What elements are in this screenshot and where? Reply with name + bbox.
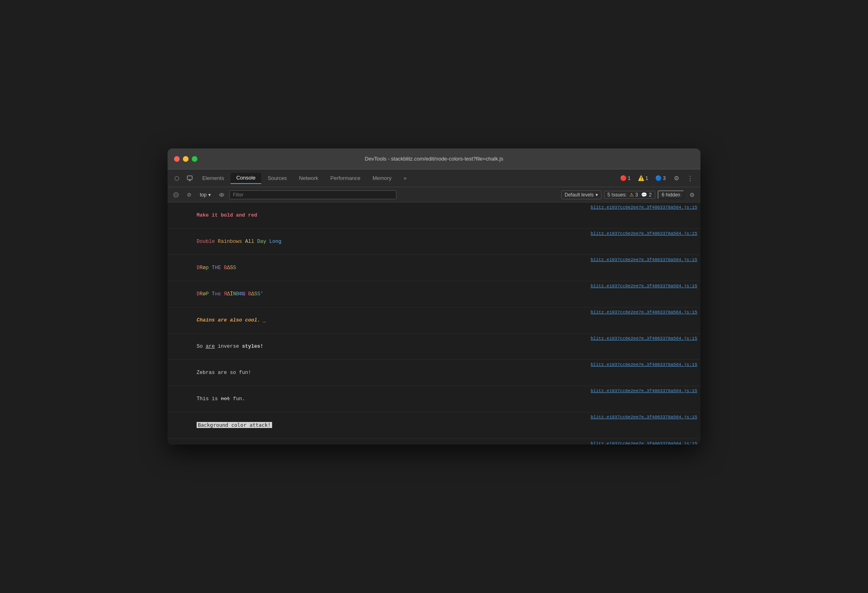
more-options-button[interactable]: ⋮	[684, 173, 696, 184]
tab-bar: ⬡ Elements Console Sources Network Perfo…	[168, 169, 700, 187]
error-badge[interactable]: 🔴 1	[618, 174, 633, 182]
warning-count: 1	[646, 175, 648, 181]
tab-sources[interactable]: Sources	[262, 173, 293, 184]
tab-right-icons: 🔴 1 ⚠️ 1 🔵 3 ⚙ ⋮	[618, 173, 696, 184]
console-source[interactable]: blitz.e1937cc6e2ee7e…3f4063378a564.js:15	[591, 361, 697, 369]
info-issues-icon: 💬	[641, 192, 647, 198]
issues-info-count: 2	[649, 192, 652, 198]
console-source[interactable]: blitz.e1937cc6e2ee7e…3f4063378a564.js:15	[591, 283, 697, 290]
console-source[interactable]: blitz.e1937cc6e2ee7e…3f4063378a564.js:15	[591, 441, 697, 445]
console-row: Make it bold and red blitz.e1937cc6e2ee7…	[168, 203, 700, 229]
inspect-icon[interactable]	[184, 173, 196, 184]
tab-performance[interactable]: Performance	[325, 173, 366, 184]
console-message: So are inverse styles!	[172, 334, 586, 359]
console-message: Use random styles on everything!	[172, 440, 586, 445]
svg-point-5	[221, 194, 222, 196]
console-row: DRøP Tнє ЯΔЇΝΒΦШ ΒΔSSʻ blitz.e1937cc6e2e…	[168, 281, 700, 307]
console-message: Zebras are so fun!	[172, 361, 586, 385]
console-row: DRøp THE BΔSS blitz.e1937cc6e2ee7e…3f406…	[168, 255, 700, 281]
context-dropdown[interactable]: top ▾	[197, 191, 214, 199]
cursor-icon[interactable]: ⬡	[171, 173, 183, 184]
console-toolbar: ⊘ top ▾ Default levels ▾ 5 Issues: ⚠ 3 💬…	[168, 187, 700, 203]
block-icon[interactable]: ⊘	[184, 190, 194, 200]
window-title: DevTools - stackblitz.com/edit/node-colo…	[365, 156, 503, 162]
settings-button[interactable]: ⚙	[671, 173, 682, 184]
console-row: Chains are also cool. _ blitz.e1937cc6e2…	[168, 307, 700, 334]
tab-elements[interactable]: Elements	[197, 173, 230, 184]
traffic-lights	[174, 156, 197, 162]
issues-button[interactable]: 5 Issues: ⚠ 3 💬 2	[604, 191, 655, 199]
info-icon: 🔵	[655, 175, 662, 181]
info-count: 3	[663, 175, 666, 181]
svg-rect-1	[189, 180, 191, 181]
tab-network[interactable]: Network	[294, 173, 324, 184]
console-source[interactable]: blitz.e1937cc6e2ee7e…3f4063378a564.js:15	[591, 414, 697, 421]
tab-more[interactable]: »	[398, 173, 412, 184]
warning-issues-icon: ⚠	[629, 192, 634, 198]
console-row: Background color attack! blitz.e1937cc6e…	[168, 412, 700, 439]
console-source[interactable]: blitz.e1937cc6e2ee7e…3f4063378a564.js:15	[591, 204, 697, 211]
tab-memory[interactable]: Memory	[367, 173, 397, 184]
console-source[interactable]: blitz.e1937cc6e2ee7e…3f4063378a564.js:15	[591, 230, 697, 238]
console-row: So are inverse styles! blitz.e1937cc6e2e…	[168, 334, 700, 360]
console-message: Background color attack!	[172, 413, 586, 438]
eye-icon[interactable]	[216, 190, 227, 200]
console-source[interactable]: blitz.e1937cc6e2ee7e…3f4063378a564.js:15	[591, 335, 697, 342]
error-icon: 🔴	[620, 175, 627, 181]
console-row: Zebras are so fun! blitz.e1937cc6e2ee7e……	[168, 360, 700, 386]
title-bar: DevTools - stackblitz.com/edit/node-colo…	[168, 148, 700, 169]
filter-input[interactable]	[229, 190, 396, 199]
tab-console[interactable]: Console	[231, 173, 261, 184]
console-source[interactable]: blitz.e1937cc6e2ee7e…3f4063378a564.js:15	[591, 309, 697, 316]
warning-badge[interactable]: ⚠️ 1	[635, 174, 651, 182]
error-count: 1	[628, 175, 631, 181]
warning-icon: ⚠️	[638, 175, 644, 181]
issues-warning-count: 3	[635, 192, 638, 198]
console-row: Double Rainbows All Day Long blitz.e1937…	[168, 229, 700, 255]
hidden-button[interactable]: 6 hidden	[658, 190, 684, 199]
chevron-down-icon: ▾	[595, 192, 598, 198]
console-settings-button[interactable]: ⚙	[687, 190, 697, 200]
close-button[interactable]	[174, 156, 180, 162]
console-message: DRøP Tнє ЯΔЇΝΒΦШ ΒΔSSʻ	[172, 282, 586, 306]
console-row: This is not fun. blitz.e1937cc6e2ee7e…3f…	[168, 386, 700, 412]
console-message: Double Rainbows All Day Long	[172, 230, 586, 254]
console-row: Use random styles on everything! blitz.e…	[168, 439, 700, 445]
console-message: This is not fun.	[172, 387, 586, 411]
console-message: Chains are also cool. _	[172, 308, 586, 332]
console-message: Make it bold and red	[172, 203, 586, 228]
maximize-button[interactable]	[192, 156, 197, 162]
svg-rect-0	[187, 176, 192, 180]
default-levels-dropdown[interactable]: Default levels ▾	[561, 190, 602, 199]
console-output[interactable]: Make it bold and red blitz.e1937cc6e2ee7…	[168, 203, 700, 445]
console-source[interactable]: blitz.e1937cc6e2ee7e…3f4063378a564.js:15	[591, 257, 697, 264]
console-message: DRøp THE BΔSS	[172, 256, 586, 280]
devtools-window: DevTools - stackblitz.com/edit/node-colo…	[168, 148, 700, 445]
info-badge[interactable]: 🔵 3	[653, 174, 668, 182]
clear-console-button[interactable]	[171, 190, 181, 200]
console-source[interactable]: blitz.e1937cc6e2ee7e…3f4063378a564.js:15	[591, 388, 697, 395]
chevron-down-icon: ▾	[208, 192, 211, 198]
minimize-button[interactable]	[183, 156, 189, 162]
